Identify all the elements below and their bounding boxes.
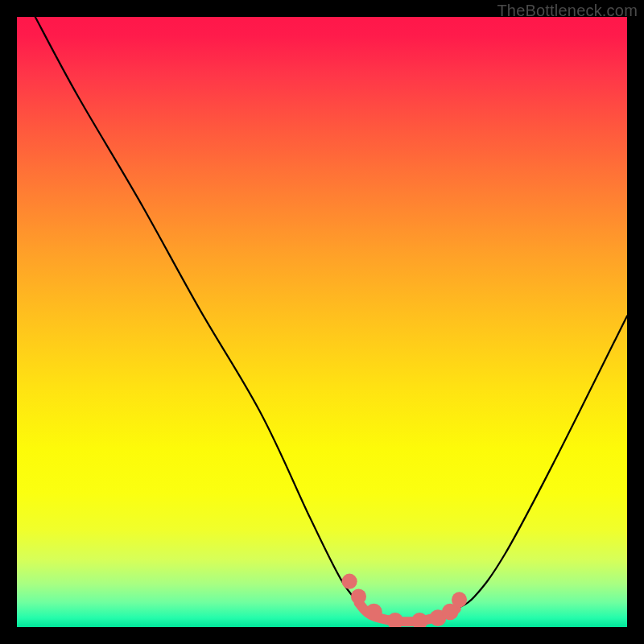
marker-dot [351,589,366,605]
curve-layer [35,17,627,627]
marker-dot [411,613,428,627]
marker-dot [387,613,404,627]
chart-svg [17,17,627,627]
chart-frame: TheBottleneck.com [0,0,644,644]
marker-dot [365,604,382,621]
bottleneck-curve [35,17,627,621]
plot-area [17,17,627,627]
marker-dot [452,592,467,607]
watermark-text: TheBottleneck.com [497,2,638,20]
marker-dot [342,574,357,589]
